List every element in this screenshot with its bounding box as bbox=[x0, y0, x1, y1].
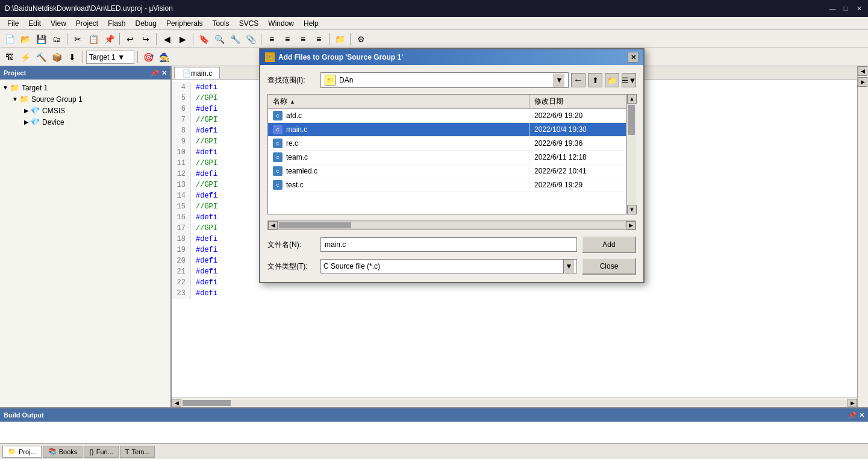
file-row-re-name: c re.c bbox=[268, 137, 529, 150]
file-row-team[interactable]: c team.c 2022/6/11 12:18 bbox=[268, 151, 626, 164]
file-row-test-date: 2022/6/9 19:29 bbox=[529, 179, 626, 191]
lookin-path-value: DAn bbox=[339, 76, 353, 84]
file-row-team-name: c team.c bbox=[268, 151, 529, 164]
nav-up-btn[interactable]: ⬆ bbox=[588, 73, 602, 87]
file-name-afd: afd.c bbox=[286, 111, 302, 120]
filetype-value: C Source file (*.c) bbox=[323, 262, 563, 270]
file-row-mainc[interactable]: c main.c 2022/10/4 19:30 bbox=[268, 123, 626, 137]
col-date-label: 修改日期 bbox=[534, 97, 563, 105]
file-row-afd-date: 2022/6/9 19:20 bbox=[529, 110, 626, 122]
filename-input[interactable] bbox=[320, 237, 577, 252]
filetype-label: 文件类型(T): bbox=[267, 261, 316, 272]
file-row-re-date: 2022/6/9 19:36 bbox=[529, 137, 626, 149]
file-list-header: 名称 ▲ 修改日期 bbox=[268, 95, 626, 109]
lookin-label: 查找范围(I): bbox=[267, 75, 316, 86]
file-row-teamled-name: c teamled.c bbox=[268, 164, 529, 178]
lookin-input-row: 📁 DAn ▼ ← ⬆ 📁 ☰▼ bbox=[320, 72, 636, 88]
file-name-team: team.c bbox=[286, 153, 308, 161]
vscroll-up-btn[interactable]: ▲ bbox=[627, 94, 637, 104]
vscroll-thumb-v bbox=[628, 105, 635, 135]
filename-label: 文件名(N): bbox=[267, 240, 316, 250]
file-row-teamled-date: 2022/6/22 10:41 bbox=[529, 165, 626, 177]
dialog-body: 查找范围(I): 📁 DAn ▼ ← ⬆ 📁 ☰▼ bbox=[260, 65, 643, 282]
file-name-test: test.c bbox=[286, 181, 304, 189]
file-icon-mainc: c bbox=[273, 125, 283, 134]
file-name-re: re.c bbox=[286, 139, 298, 148]
lookin-path-display[interactable]: 📁 DAn ▼ bbox=[320, 72, 569, 88]
file-icon-teamled: c bbox=[273, 166, 283, 176]
file-row-mainc-date: 2022/10/4 19:30 bbox=[529, 123, 626, 136]
file-list-vscrollbar[interactable]: ▲ ▼ bbox=[626, 94, 636, 214]
lookin-row: 查找范围(I): 📁 DAn ▼ ← ⬆ 📁 ☰▼ bbox=[267, 72, 636, 88]
file-row-test-name: c test.c bbox=[268, 178, 529, 192]
hscroll-file-left-btn[interactable]: ◀ bbox=[268, 221, 278, 230]
col-name-header[interactable]: 名称 ▲ bbox=[268, 95, 529, 108]
col-name-label: 名称 bbox=[273, 96, 287, 107]
close-dialog-btn[interactable]: Close bbox=[582, 258, 636, 275]
file-icon-afd: c bbox=[273, 111, 283, 120]
dialog-title-text: Add Files to Group 'Source Group 1' bbox=[278, 53, 403, 61]
vscroll-down-btn[interactable]: ▼ bbox=[627, 205, 637, 214]
add-files-dialog: 🔧 Add Files to Group 'Source Group 1' ✕ … bbox=[259, 48, 645, 283]
file-row-teamled[interactable]: c teamled.c 2022/6/22 10:41 bbox=[268, 164, 626, 178]
file-list-hscrollbar[interactable]: ◀ ▶ bbox=[267, 220, 636, 230]
file-icon-re: c bbox=[273, 139, 283, 148]
lookin-dropdown-btn[interactable]: ▼ bbox=[554, 73, 564, 87]
nav-view-btn[interactable]: ☰▼ bbox=[622, 73, 636, 87]
add-btn[interactable]: Add bbox=[582, 236, 636, 253]
dialog-close-x-btn[interactable]: ✕ bbox=[628, 52, 639, 63]
add-btn-label: Add bbox=[602, 240, 615, 249]
sort-name-icon: ▲ bbox=[290, 99, 295, 105]
file-icon-test: c bbox=[273, 180, 283, 190]
filetype-row: 文件类型(T): C Source file (*.c) ▼ Close bbox=[267, 258, 636, 275]
hscroll-file-track bbox=[279, 222, 625, 228]
file-row-team-date: 2022/6/11 12:18 bbox=[529, 151, 626, 163]
filename-row: 文件名(N): Add bbox=[267, 236, 636, 253]
file-list[interactable]: 名称 ▲ 修改日期 c afd.c 2022/6/9 19:20 bbox=[267, 94, 636, 214]
dialog-title-bar: 🔧 Add Files to Group 'Source Group 1' ✕ bbox=[260, 49, 643, 65]
file-list-wrapper: 名称 ▲ 修改日期 c afd.c 2022/6/9 19:20 bbox=[267, 94, 636, 214]
file-icon-team: c bbox=[273, 152, 283, 162]
file-row-afd[interactable]: c afd.c 2022/6/9 19:20 bbox=[268, 109, 626, 123]
file-name-mainc: main.c bbox=[286, 125, 307, 134]
hscroll-file-right-btn[interactable]: ▶ bbox=[626, 221, 635, 230]
nav-new-folder-btn[interactable]: 📁 bbox=[605, 73, 619, 87]
filetype-arrow-icon[interactable]: ▼ bbox=[563, 260, 574, 273]
file-row-re[interactable]: c re.c 2022/6/9 19:36 bbox=[268, 137, 626, 151]
file-row-afd-name: c afd.c bbox=[268, 109, 529, 122]
dialog-overlay: 🔧 Add Files to Group 'Source Group 1' ✕ … bbox=[0, 0, 868, 459]
filetype-select[interactable]: C Source file (*.c) ▼ bbox=[320, 259, 577, 273]
file-row-test[interactable]: c test.c 2022/6/9 19:29 bbox=[268, 178, 626, 192]
dialog-title-icon: 🔧 bbox=[265, 52, 275, 62]
folder-icon: 📁 bbox=[325, 75, 336, 86]
col-date-header[interactable]: 修改日期 bbox=[529, 95, 626, 108]
file-name-teamled: teamled.c bbox=[286, 167, 317, 175]
nav-back-btn[interactable]: ← bbox=[571, 73, 585, 87]
hscroll-file-thumb bbox=[279, 222, 351, 228]
file-row-mainc-name: c main.c bbox=[268, 123, 529, 136]
vscroll-track bbox=[627, 104, 636, 205]
close-dialog-btn-label: Close bbox=[600, 262, 619, 270]
